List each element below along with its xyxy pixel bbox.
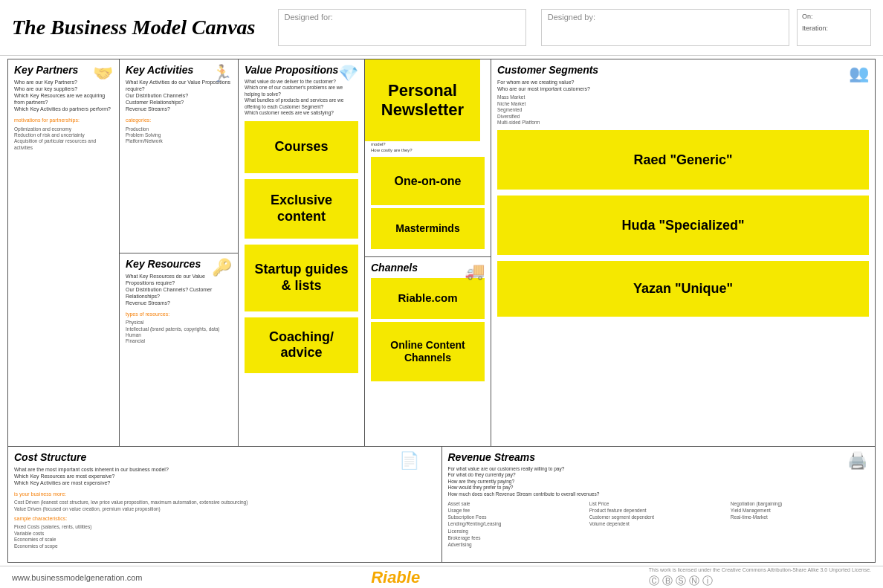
cost-sub2-label: sample characteristics: — [14, 515, 436, 522]
footer-license: This work is licensed under the Creative… — [649, 567, 871, 572]
page: The Business Model Canvas Designed for: … — [0, 0, 883, 588]
dollar-icon: ⓘ — [702, 575, 713, 588]
key-resources-subitems: Physical Intellectual (brand patents, co… — [126, 320, 232, 345]
cc-icon: Ⓒ — [649, 575, 659, 588]
cost-sub1-items: Cost Driven (leanest cost structure, low… — [14, 500, 436, 512]
sticky-online-channels: Online Content Channels — [371, 322, 485, 381]
footer-url: www.businessmodelgeneration.com — [12, 573, 142, 582]
sticky-oneonone: One-on-one — [371, 157, 485, 205]
segments-title: Customer Segments — [497, 64, 869, 76]
activities-resources-col: Key Activities 🏃 What Key Activities do … — [120, 59, 239, 446]
resources-icon: 🔑 — [212, 258, 232, 277]
by-icon: Ⓑ — [662, 575, 673, 588]
key-resources-desc: What Key Resources do our Value Proposit… — [126, 273, 232, 306]
key-partners-sublabel: motivations for partnerships: — [14, 117, 113, 123]
channels-block: Channels 🚚 Riable.com Online Content Cha… — [365, 257, 491, 446]
sticky-yazan: Yazan "Unique" — [497, 261, 869, 317]
footer: www.businessmodelgeneration.com Riable T… — [0, 566, 883, 588]
cost-structure-block: 📄 Cost Structure What are the most impor… — [8, 447, 442, 562]
cost-subitems: is your business more: Cost Driven (lean… — [14, 491, 436, 549]
key-activities-sublabel: categories: — [126, 117, 232, 123]
key-partners-block: Key Partners 🤝 Who are our Key Partners?… — [8, 59, 120, 446]
sticky-startup: Startup guides & lists — [245, 245, 358, 311]
revenue-title: Revenue Streams — [448, 451, 870, 463]
footer-icons: Ⓒ Ⓑ Ⓢ Ⓝ ⓘ — [649, 575, 871, 588]
designed-for-label: Designed for: — [285, 13, 333, 22]
cr-channels-col: Personal Newsletter Customer Relationshi… — [365, 59, 491, 446]
sticky-riable: Riable.com — [371, 278, 485, 319]
key-activities-block: Key Activities 🏃 What Key Activities do … — [120, 59, 238, 253]
cost-icon: 📄 — [399, 451, 419, 471]
canvas-top: Key Partners 🤝 Who are our Key Partners?… — [8, 59, 875, 447]
value-propositions-block: Value Propositions 💎 What value do we de… — [239, 59, 365, 446]
key-activities-subitems: Production Problem Solving Platform/Netw… — [126, 126, 232, 145]
designed-by-label: Designed by: — [548, 13, 595, 22]
revenue-streams-block: 🖨️ Revenue Streams For what value are ou… — [442, 447, 876, 562]
channels-icon: 🚚 — [465, 262, 485, 281]
sticky-coaching: Coaching/ advice — [245, 317, 358, 373]
on-label: On: — [802, 13, 866, 20]
footer-right: This work is licensed under the Creative… — [649, 566, 871, 588]
personal-newsletter-sticky: Personal Newsletter — [365, 59, 480, 141]
value-propositions-desc: What value do we deliver to the customer… — [245, 79, 358, 117]
key-partners-subitems: Optimization and economy Reduction of ri… — [14, 126, 113, 152]
key-resources-sublabel: types of resources: — [126, 311, 232, 317]
cost-desc: What are the most important costs inhere… — [14, 466, 436, 486]
sticky-courses: Courses — [245, 121, 358, 173]
revenue-desc: For what value are our customers really … — [448, 466, 870, 497]
cost-sub2-items: Fixed Costs (salaries, rents, utilities)… — [14, 524, 436, 549]
iteration-label: Iteration: — [802, 25, 866, 32]
canvas-bottom: 📄 Cost Structure What are the most impor… — [8, 447, 875, 562]
cost-sub1-label: is your business more: — [14, 491, 436, 497]
sticky-masterminds: Masterminds — [371, 208, 485, 249]
nd-icon: Ⓝ — [689, 575, 699, 588]
canvas-area: Key Partners 🤝 Who are our Key Partners?… — [7, 59, 876, 563]
page-title: The Business Model Canvas — [12, 16, 256, 39]
revenue-col-1: Asset sale Usage fee Subscription Fees L… — [448, 500, 586, 548]
revenue-icon: 🖨️ — [847, 451, 867, 471]
cost-title: Cost Structure — [14, 451, 436, 463]
designed-for-box[interactable]: Designed for: — [278, 9, 526, 46]
sticky-exclusive: Exclusive content — [245, 179, 358, 239]
customer-segments-block: Customer Segments 👥 For whom are we crea… — [491, 59, 875, 446]
sticky-raed: Raed "Generic" — [497, 130, 869, 190]
key-partners-desc: Who are our Key Partners? Who are our ke… — [14, 79, 113, 112]
segments-icon: 👥 — [849, 64, 869, 83]
meta-box: On: Iteration: — [797, 9, 871, 46]
footer-logo: Riable — [371, 568, 420, 587]
key-resources-block: Key Resources 🔑 What Key Resources do ou… — [120, 253, 238, 447]
revenue-col-3: Negotiation (bargaining) Yield Managemen… — [731, 500, 869, 548]
partners-icon: 🤝 — [93, 64, 113, 83]
activities-icon: 🏃 — [212, 64, 232, 83]
segments-desc: For whom are we creating value? Who are … — [497, 79, 869, 92]
designed-by-box[interactable]: Designed by: — [541, 9, 789, 46]
sticky-huda: Huda "Specialized" — [497, 196, 869, 255]
header: The Business Model Canvas Designed for: … — [0, 0, 883, 56]
key-activities-desc: What Key Activities do our Value Proposi… — [126, 79, 232, 112]
segments-subitems: Mass Market Niche Market Segmented Diver… — [497, 94, 869, 126]
revenue-columns: Asset sale Usage fee Subscription Fees L… — [448, 500, 870, 548]
value-icon: 💎 — [338, 64, 358, 83]
sa-icon: Ⓢ — [676, 575, 686, 588]
revenue-col-2: List Price Product feature dependent Cus… — [589, 500, 728, 548]
